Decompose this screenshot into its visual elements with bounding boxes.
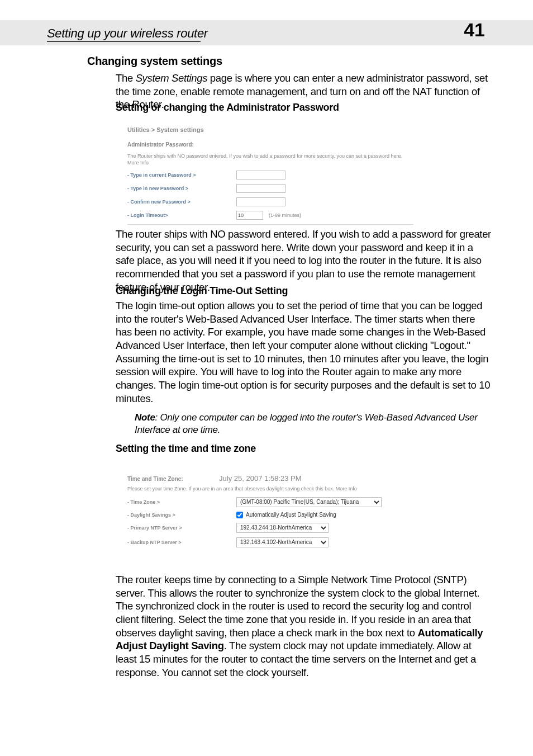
- heading-changing-system-settings: Changing system settings: [87, 55, 222, 68]
- new-password-input[interactable]: [236, 184, 285, 193]
- header-underline: [47, 41, 201, 42]
- time-zone-select[interactable]: (GMT-08:00) Pacific Time(US, Canada); Ti…: [236, 497, 382, 507]
- login-timeout-unit: (1-99 minutes): [269, 212, 301, 218]
- label-login-timeout: - Login Timeout>: [127, 212, 236, 218]
- label-primary-ntp: - Primary NTP Server >: [127, 525, 236, 531]
- note-block: Note: Only one computer can be logged in…: [135, 412, 492, 436]
- para-no-password: The router ships with NO password entere…: [116, 228, 493, 294]
- heading-login-timeout: Changing the Login Time-Out Setting: [116, 285, 288, 297]
- label-time-zone: - Time Zone >: [127, 499, 236, 505]
- login-timeout-input[interactable]: [236, 211, 263, 220]
- label-backup-ntp: - Backup NTP Server >: [127, 540, 236, 545]
- row-confirm-password: - Confirm new Password >: [127, 197, 413, 206]
- heading-time-zone: Setting the time and time zone: [116, 443, 256, 455]
- heading-admin-password: Setting or changing the Administrator Pa…: [116, 102, 339, 114]
- row-new-password: - Type in new Password >: [127, 184, 413, 193]
- time-zone-label: Time and Time Zone:: [127, 476, 183, 482]
- breadcrumb: Utilities > System settings: [127, 126, 413, 133]
- row-time-zone: - Time Zone > (GMT-08:00) Pacific Time(U…: [127, 497, 423, 507]
- daylight-savings-text: Automatically Adjust Daylight Saving: [246, 512, 336, 518]
- para-sntp: The router keeps time by connecting to a…: [116, 573, 493, 679]
- page-number: 41: [464, 19, 485, 41]
- note-text: : Only one computer can be logged into t…: [135, 412, 478, 435]
- row-login-timeout: - Login Timeout> (1-99 minutes): [127, 211, 413, 220]
- daylight-savings-checkbox[interactable]: [236, 512, 243, 518]
- admin-password-label: Administrator Password:: [127, 141, 413, 148]
- label-current-password: - Type in current Password >: [127, 172, 236, 178]
- note-label: Note: [135, 412, 155, 423]
- time-zone-desc: Please set your time Zone. If you are in…: [127, 485, 423, 493]
- primary-ntp-select[interactable]: 192.43.244.18-NorthAmerica: [236, 523, 329, 533]
- para-login-timeout: The login time-out option allows you to …: [116, 299, 493, 405]
- label-daylight-savings: - Daylight Savings >: [127, 512, 236, 518]
- label-confirm-password: - Confirm new Password >: [127, 199, 236, 205]
- page-header: Setting up your wireless router: [47, 26, 208, 41]
- row-daylight-savings: - Daylight Savings > Automatically Adjus…: [127, 512, 423, 518]
- row-primary-ntp: - Primary NTP Server > 192.43.244.18-Nor…: [127, 523, 423, 533]
- confirm-password-input[interactable]: [236, 197, 285, 206]
- screenshot-admin-password: Utilities > System settings Administrato…: [127, 126, 413, 225]
- backup-ntp-select[interactable]: 132.163.4.102-NorthAmerica: [236, 537, 329, 547]
- admin-password-desc: The Router ships with NO password entere…: [127, 153, 413, 166]
- current-password-input[interactable]: [236, 171, 285, 179]
- row-current-password: - Type in current Password >: [127, 171, 413, 179]
- label-new-password: - Type in new Password >: [127, 186, 236, 191]
- datetime-display: July 25, 2007 1:58:23 PM: [219, 474, 301, 483]
- time-zone-header-row: Time and Time Zone: July 25, 2007 1:58:2…: [127, 473, 423, 483]
- row-backup-ntp: - Backup NTP Server > 132.163.4.102-Nort…: [127, 537, 423, 547]
- screenshot-time-zone: Time and Time Zone: July 25, 2007 1:58:2…: [127, 473, 423, 547]
